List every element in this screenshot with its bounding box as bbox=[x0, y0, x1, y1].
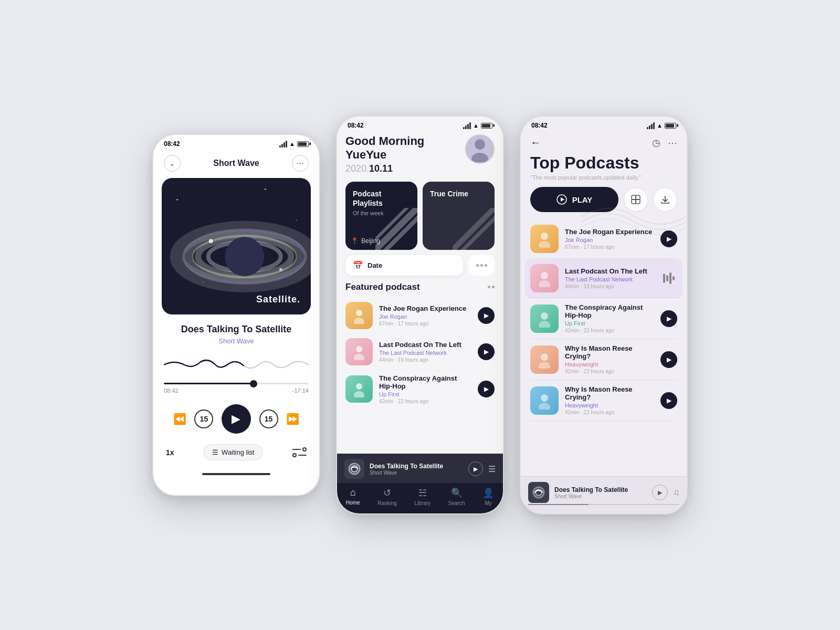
more-options-button[interactable]: ⋯ bbox=[292, 155, 309, 172]
forward15-button[interactable]: 15 bbox=[259, 410, 278, 428]
phone-player: 08:42 ▲ ⌄ Short Wave ⋯ bbox=[152, 134, 320, 496]
signal-icon bbox=[279, 141, 287, 148]
user-avatar[interactable] bbox=[465, 134, 495, 164]
play-pause-button[interactable]: ▶ bbox=[222, 404, 251, 434]
chevron-down-button[interactable]: ⌄ bbox=[164, 155, 181, 172]
p3-name-4: Why Is Mason Reese Crying? bbox=[565, 344, 654, 360]
podcast-name-2: Last Podcast On The Left bbox=[379, 341, 471, 349]
section-title: Featured podcast bbox=[345, 282, 420, 292]
p3-name-2: Last Podcast On The Left bbox=[565, 267, 654, 275]
replay15-button[interactable]: 15 bbox=[194, 410, 213, 428]
svg-point-8 bbox=[225, 237, 264, 276]
tab-library[interactable]: ☵ Library bbox=[415, 487, 431, 506]
mini-progress-3 bbox=[528, 504, 679, 505]
status-bar-1: 08:42 ▲ bbox=[153, 135, 319, 151]
p3-item-3[interactable]: The Conspiracy Against Hip-Hop Up First … bbox=[530, 298, 677, 339]
ranking-icon: ↺ bbox=[383, 487, 391, 499]
satellite-brand-label: Satellite. bbox=[256, 294, 300, 305]
svg-point-13 bbox=[475, 139, 485, 150]
mini-info-2: Does Talking To Satellite Short Wave bbox=[370, 463, 463, 476]
dot1 bbox=[476, 264, 479, 267]
tab-search[interactable]: 🔍 Search bbox=[448, 487, 465, 506]
p3-item-4[interactable]: Why Is Mason Reese Crying? Heavyweight 4… bbox=[530, 339, 677, 380]
dot2 bbox=[480, 264, 483, 267]
mini-player-3[interactable]: Does Talking To Satellite Short Wave ▶ ♫ bbox=[521, 476, 687, 513]
mini-progress-fill-3 bbox=[528, 504, 589, 505]
progress-thumb[interactable] bbox=[250, 380, 257, 387]
play-button-2[interactable]: ▶ bbox=[478, 343, 495, 360]
p3-item-5[interactable]: Why Is Mason Reese Crying? Heavyweight 4… bbox=[530, 380, 677, 421]
podcast-item-1[interactable]: The Joe Rogan Experience Joe Rogan 67min… bbox=[345, 298, 495, 334]
mini-queue-button-2[interactable]: ☰ bbox=[488, 464, 496, 474]
mini-player-2[interactable]: Does Talking To Satellite Short Wave ▶ ☰ bbox=[337, 454, 503, 484]
p3-item-2[interactable]: Last Podcast On The Left The Last Podcas… bbox=[525, 259, 682, 298]
page-subtitle: "The most popular podcasts,updated daily… bbox=[521, 172, 687, 187]
home-icon: ⌂ bbox=[350, 487, 356, 498]
track-info: Does Talking To Satellite Short Wave bbox=[153, 314, 319, 349]
progress-bar[interactable] bbox=[164, 383, 309, 384]
play-icon-main bbox=[556, 194, 567, 205]
mini-play-button-2[interactable]: ▶ bbox=[468, 461, 483, 476]
podcast-list-3: The Joe Rogan Experience Joe Rogan 67min… bbox=[521, 219, 687, 421]
waiting-list-button[interactable]: ☰ Waiting list bbox=[203, 444, 263, 460]
true-crime-card[interactable]: True Crime bbox=[423, 182, 495, 250]
svg-line-16 bbox=[381, 213, 417, 250]
svg-marker-29 bbox=[561, 197, 564, 202]
p3-play-5[interactable]: ▶ bbox=[660, 392, 677, 409]
player-title: Short Wave bbox=[213, 159, 259, 168]
p3-meta-3: 42min · 22 hours ago bbox=[565, 328, 654, 333]
svg-point-1 bbox=[265, 188, 266, 190]
tab-home[interactable]: ⌂ Home bbox=[346, 487, 360, 506]
p3-info-2: Last Podcast On The Left The Last Podcas… bbox=[565, 267, 654, 289]
list-icon: ☰ bbox=[212, 448, 218, 456]
current-time: 08:42 bbox=[164, 387, 178, 394]
equalizer-button[interactable] bbox=[292, 447, 307, 457]
p3-author-2: The Last Podcast Network bbox=[565, 276, 654, 282]
podcast-thumb-3 bbox=[345, 375, 373, 403]
podcast-item-2[interactable]: Last Podcast On The Left The Last Podcas… bbox=[345, 334, 495, 370]
p3-play-3[interactable]: ▶ bbox=[660, 310, 677, 327]
date-text: 2020.10.11 bbox=[345, 163, 424, 174]
podcast-info-2: Last Podcast On The Left The Last Podcas… bbox=[379, 341, 471, 363]
mini-play-button-3[interactable]: ▶ bbox=[652, 485, 668, 500]
p3-thumb-4 bbox=[530, 345, 559, 374]
status-icons-3: ▲ bbox=[647, 122, 676, 129]
progress-bar-area[interactable] bbox=[153, 383, 319, 384]
podcast-item-3[interactable]: The Conspiracy Against Hip-Hop Up First … bbox=[345, 370, 495, 409]
phone3-content: 08:42 ▲ ← ◷ ⋯ bbox=[521, 117, 687, 513]
history-button[interactable]: ◷ bbox=[652, 137, 660, 149]
back-button[interactable]: ← bbox=[530, 136, 541, 149]
more-button-3[interactable]: ⋯ bbox=[668, 137, 677, 149]
podcast-author-1: Joe Rogan bbox=[379, 313, 471, 320]
battery-icon-3 bbox=[665, 123, 676, 129]
podcast-author-2: The Last Podcast Network bbox=[379, 350, 471, 356]
bottom-controls: 1x ☰ Waiting list bbox=[153, 438, 319, 469]
tab-bar-2: ⌂ Home ↺ Ranking ☵ Library 🔍 Search 👤 My bbox=[337, 483, 503, 513]
podcast-thumb-1 bbox=[345, 302, 373, 329]
location-tag: 📍 Beijing bbox=[351, 237, 380, 245]
library-icon: ☵ bbox=[418, 487, 427, 499]
date-card[interactable]: 📅 Date bbox=[345, 255, 463, 276]
p3-thumb-5 bbox=[530, 386, 559, 415]
album-art: Satellite. bbox=[162, 178, 311, 314]
tab-my[interactable]: 👤 My bbox=[482, 487, 494, 506]
podcast-playlists-card[interactable]: Podcast Playlists Of the week 📍 Beijing bbox=[345, 182, 417, 250]
svg-point-23 bbox=[354, 354, 364, 360]
podcast-meta-3: 42min · 22 hours ago bbox=[379, 398, 471, 404]
p3-play-4[interactable]: ▶ bbox=[660, 351, 677, 368]
wifi-icon-3: ▲ bbox=[657, 122, 663, 129]
tab-ranking[interactable]: ↺ Ranking bbox=[377, 487, 397, 506]
p3-info-3: The Conspiracy Against Hip-Hop Up First … bbox=[565, 303, 654, 333]
p3-info-5: Why Is Mason Reese Crying? Heavyweight 4… bbox=[565, 385, 654, 415]
more-dots-button[interactable] bbox=[488, 286, 495, 288]
fast-forward-button[interactable]: ⏩ bbox=[286, 413, 299, 425]
play-button-1[interactable]: ▶ bbox=[478, 307, 495, 324]
speed-button[interactable]: 1x bbox=[166, 448, 174, 457]
mini-queue-button-3[interactable]: ♫ bbox=[673, 488, 679, 497]
status-bar-3: 08:42 ▲ bbox=[521, 117, 687, 132]
rewind-button[interactable]: ⏪ bbox=[173, 413, 186, 425]
greeting-text: Good Morning YueYue bbox=[345, 134, 424, 162]
play-button-3[interactable]: ▶ bbox=[478, 381, 495, 397]
more-card[interactable] bbox=[468, 255, 495, 276]
p3-author-5: Heavyweight bbox=[565, 402, 654, 408]
